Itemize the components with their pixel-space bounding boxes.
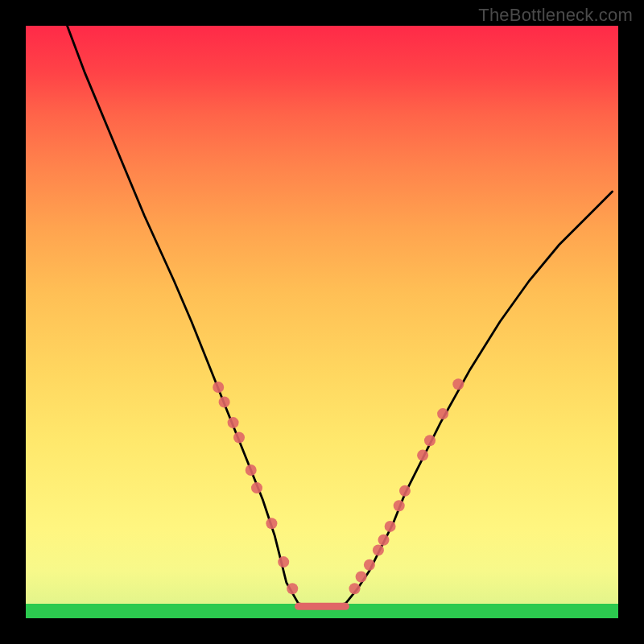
data-dot: [246, 464, 257, 476]
data-dot: [424, 435, 436, 446]
data-dot: [228, 417, 239, 428]
chart-svg: [26, 26, 618, 618]
data-dot: [437, 408, 448, 419]
data-dot: [219, 396, 230, 407]
data-dot: [233, 432, 245, 444]
watermark-text: TheBottleneck.com: [478, 5, 633, 26]
data-dot: [394, 500, 405, 511]
data-dot: [364, 559, 375, 571]
chart-frame: TheBottleneck.com: [0, 0, 644, 644]
data-dot: [356, 572, 367, 583]
data-dot: [399, 485, 411, 497]
data-dot: [349, 583, 361, 594]
curve-path-group: [68, 26, 613, 606]
data-dot: [417, 450, 428, 461]
data-dot: [385, 521, 396, 532]
data-dot: [378, 535, 390, 546]
data-dot: [287, 583, 298, 594]
data-dots: [213, 378, 464, 594]
data-dot: [251, 482, 262, 493]
data-dot: [452, 378, 464, 390]
data-dot: [278, 556, 289, 568]
plot-area: [26, 26, 618, 618]
data-dot: [213, 382, 224, 393]
curve-path: [68, 26, 613, 606]
data-dot: [266, 518, 277, 529]
data-dot: [373, 544, 384, 555]
